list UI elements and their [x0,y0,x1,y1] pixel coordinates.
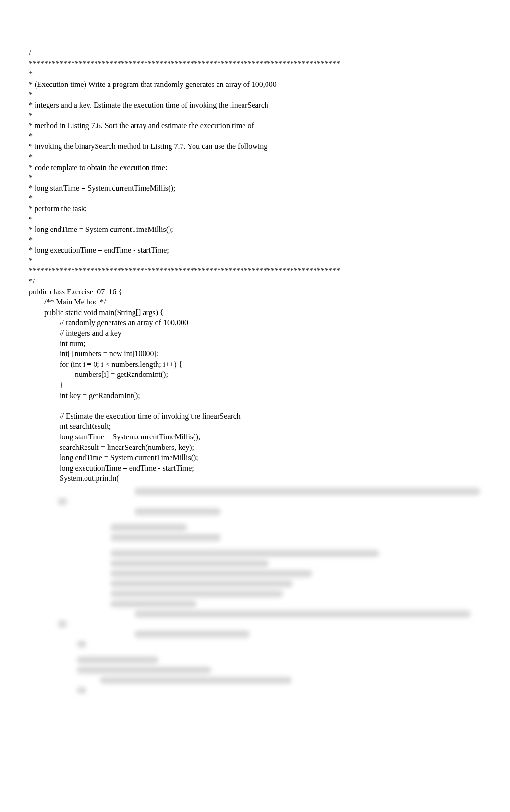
blurred-line [29,570,481,580]
code-line: * long executionTime = endTime - startTi… [29,245,481,255]
code-block: /***************************************… [29,48,481,484]
blurred-line [29,620,481,630]
blurred-line [29,518,481,523]
code-line: */ [29,276,481,287]
blurred-bar [110,550,379,557]
blurred-line [29,686,481,696]
blurred-bar [134,488,480,495]
code-line: * [29,69,481,79]
blurred-bar [77,687,86,694]
code-line: long endTime = System.currentTimeMillis(… [29,452,481,463]
code-line: * [29,255,481,266]
blurred-bar [134,508,221,515]
blurred-bar [100,677,292,684]
code-line: public class Exercise_07_16 { [29,287,481,297]
blurred-bar [110,590,283,597]
code-line: * [29,172,481,183]
code-line: * [29,152,481,162]
code-line: * long endTime = System.currentTimeMilli… [29,224,481,235]
blurred-line [29,610,481,620]
code-line: System.out.println( [29,473,481,484]
code-line: // randomly generates an array of 100,00… [29,317,481,328]
blurred-line [29,656,481,666]
blurred-line [29,640,481,650]
code-line: * [29,235,481,245]
code-line: * method in Listing 7.6. Sort the array … [29,121,481,131]
blurred-line [29,549,481,559]
blurred-bar [77,656,158,664]
blurred-line [29,523,481,533]
code-line: // Estimate the execution time of invoki… [29,411,481,422]
code-line: / [29,48,481,59]
code-line: numbers[i] = getRandomInt(); [29,369,481,380]
code-line: * code template to obtain the execution … [29,162,481,173]
code-line: int searchResult; [29,421,481,432]
blurred-line [29,650,481,656]
code-line: /** Main Method */ [29,297,481,307]
blurred-line [29,559,481,570]
code-line: * invoking the binarySearch method in Li… [29,141,481,152]
blurred-content [29,487,481,696]
blurred-line [29,590,481,600]
blurred-bar [77,641,86,648]
code-line: * [29,89,481,100]
document-page: /***************************************… [0,0,510,696]
code-line: * [29,110,481,121]
blurred-bar [110,600,197,607]
blurred-bar [110,580,293,587]
blurred-bar [110,524,187,531]
blurred-bar [77,667,211,674]
blurred-bar [134,610,471,618]
code-line: * (Execution time) Write a program that … [29,79,481,90]
blurred-bar [134,630,250,638]
blurred-bar [110,534,221,541]
code-line: for (int i = 0; i < numbers.length; i++)… [29,359,481,370]
blurred-line [29,666,481,676]
code-line: searchResult = linearSearch(numbers, key… [29,442,481,453]
blurred-bar [58,620,67,628]
blurred-line [29,580,481,590]
code-line: int num; [29,339,481,349]
blurred-bar [110,570,312,577]
code-line: * [29,193,481,204]
code-line: * [29,214,481,225]
blurred-line [29,544,481,549]
code-line [29,400,481,411]
blurred-line [29,630,481,640]
code-line: int key = getRandomInt(); [29,390,481,401]
blurred-bar [110,560,269,567]
blurred-line [29,487,481,497]
blurred-line [29,533,481,544]
code-line: * [29,131,481,142]
code-line: * long startTime = System.currentTimeMil… [29,183,481,194]
code-line: long executionTime = endTime - startTime… [29,463,481,473]
code-line: long startTime = System.currentTimeMilli… [29,432,481,442]
blurred-line [29,676,481,686]
blurred-bar [58,498,67,505]
code-line: ****************************************… [29,266,481,276]
code-line: * integers and a key. Estimate the execu… [29,100,481,110]
blurred-line [29,497,481,508]
blurred-line [29,600,481,610]
code-line: // integers and a key [29,328,481,339]
code-line: public static void main(String[] args) { [29,307,481,318]
code-line: } [29,380,481,390]
code-line: ****************************************… [29,59,481,69]
blurred-line [29,508,481,518]
code-line: int[] numbers = new int[10000]; [29,349,481,359]
code-line: * perform the task; [29,204,481,214]
